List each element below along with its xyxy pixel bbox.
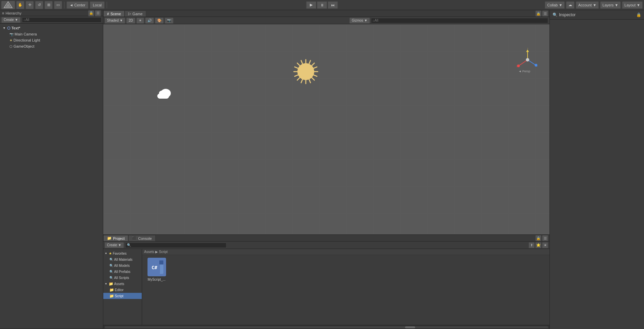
- transform-rotate-tool[interactable]: ↺: [35, 1, 43, 9]
- project-filter-icon[interactable]: ⭐: [535, 242, 541, 248]
- audio-button[interactable]: 🔊: [145, 18, 154, 24]
- pause-button[interactable]: ⏸: [317, 1, 327, 9]
- svg-rect-15: [159, 260, 163, 264]
- layers-button[interactable]: Layers ▼: [600, 1, 621, 9]
- project-all-prefabs[interactable]: 🔍 All Prefabs: [103, 269, 142, 275]
- transform-move-tool[interactable]: ✛: [26, 1, 34, 9]
- hierarchy-item-gameobject[interactable]: ⬡ GameObject: [0, 43, 103, 49]
- bottom-toolbar: Create ▼ ⬆ ⭐ ★: [103, 242, 549, 249]
- directional-light-label: Directional Light: [14, 38, 40, 42]
- account-button[interactable]: Account ▼: [576, 1, 599, 9]
- file-label-myscript: MyScript_...: [148, 278, 166, 281]
- project-all-models[interactable]: 🔍 All Models: [103, 262, 142, 269]
- center-label: ◄ Center: [70, 3, 85, 7]
- grid-overlay: [103, 24, 549, 234]
- gizmo-widget: Y X Z ◄ Persp: [516, 48, 539, 75]
- cloud-button[interactable]: ☁: [566, 1, 574, 9]
- tab-scene[interactable]: # Scene: [103, 10, 125, 17]
- hierarchy-scene-root[interactable]: ▼ ⬡ Text*: [0, 25, 103, 31]
- star-icon: ★: [109, 251, 112, 256]
- layout-button[interactable]: Layout ▼: [622, 1, 643, 9]
- hierarchy-lock-icon[interactable]: 🔒: [88, 10, 94, 16]
- svg-text:◄ Persp: ◄ Persp: [518, 70, 530, 73]
- sun-circle: [297, 63, 314, 80]
- light-icon: ☀: [9, 39, 12, 42]
- scene-lock-icon[interactable]: 🔒: [535, 10, 541, 17]
- breadcrumb-assets: Assets: [144, 250, 154, 254]
- scene-tab-bar: # Scene ▷ Game 🔒 ☰: [103, 10, 549, 17]
- scene-menu-icon[interactable]: ☰: [542, 10, 548, 17]
- shading-dropdown[interactable]: Shaded ▼: [105, 18, 125, 24]
- tab-project[interactable]: 📁 Project: [103, 235, 128, 241]
- tab-console[interactable]: ⬛ Console: [128, 235, 155, 241]
- project-sidebar: ▼ ★ Favorites 🔍 All Materials 🔍 All Mode…: [103, 249, 142, 325]
- center-button[interactable]: ◄ Center: [66, 1, 88, 9]
- scene-icon: ⬡: [7, 26, 10, 30]
- hierarchy-menu-icon[interactable]: ☰: [95, 10, 101, 16]
- search-icon-materials: 🔍: [109, 258, 113, 261]
- local-button[interactable]: Local: [90, 1, 105, 9]
- bottom-content: ▼ ★ Favorites 🔍 All Materials 🔍 All Mode…: [103, 249, 549, 325]
- layout-label: Layout ▼: [624, 3, 640, 7]
- file-icon-csharp: C#: [147, 258, 166, 276]
- project-all-materials[interactable]: 🔍 All Materials: [103, 256, 142, 262]
- folder-icon-editor: 📁: [109, 288, 114, 292]
- breadcrumb: Assets ▶ Script: [142, 249, 549, 255]
- tab-game[interactable]: ▷ Game: [125, 10, 146, 17]
- project-star-icon[interactable]: ★: [542, 242, 548, 248]
- project-search-input[interactable]: [125, 243, 226, 248]
- project-save-icon[interactable]: ⬆: [529, 242, 535, 248]
- project-editor-folder[interactable]: 📁 Editor: [103, 287, 142, 293]
- hierarchy-item-main-camera[interactable]: 📷 Main Camera: [0, 31, 103, 37]
- project-favorites-group[interactable]: ▼ ★ Favorites: [103, 250, 142, 256]
- project-create-button[interactable]: Create ▼: [105, 242, 124, 248]
- gizmos-dropdown[interactable]: Gizmos ▼: [349, 18, 370, 24]
- fx-button[interactable]: 🎨: [155, 18, 164, 24]
- scene-search-input[interactable]: [371, 18, 548, 23]
- breadcrumb-separator: ▶: [155, 250, 158, 254]
- play-button[interactable]: ▶: [306, 1, 316, 9]
- folder-icon-script: 📁: [109, 294, 114, 298]
- hierarchy-item-directional-light[interactable]: ☀ Directional Light: [0, 37, 103, 43]
- scene-name: Text*: [11, 26, 20, 30]
- lighting-button[interactable]: ☀: [136, 18, 144, 24]
- project-lock-icon[interactable]: 🔒: [535, 235, 541, 241]
- hierarchy-icon: ≡: [2, 11, 4, 15]
- transform-scale-tool[interactable]: ⊞: [45, 1, 53, 9]
- transform-hand-tool[interactable]: ✋: [16, 1, 24, 9]
- cloud-shape: [156, 90, 171, 99]
- project-assets-group[interactable]: ▼ 📁 Assets: [103, 281, 142, 287]
- project-scrollbar[interactable]: [103, 325, 549, 329]
- inspector-lock-icon[interactable]: 🔒: [636, 12, 641, 17]
- scene-camera-button[interactable]: 📷: [165, 18, 173, 24]
- scene-viewport[interactable]: Y X Z ◄ Persp: [103, 24, 549, 234]
- scrollbar-thumb[interactable]: [405, 326, 415, 328]
- project-all-scripts[interactable]: 🔍 All Scripts: [103, 275, 142, 281]
- play-icon: ▶: [310, 3, 313, 7]
- hierarchy-create-button[interactable]: Create ▼: [1, 17, 21, 23]
- bottom-tab-bar: 📁 Project ⬛ Console 🔒 ☰: [103, 235, 549, 242]
- main-toolbar: ✋ ✛ ↺ ⊞ ▭ ◄ Center Local ▶ ⏸ ⏭ Collab ▼ …: [0, 0, 644, 10]
- svg-text:C#: C#: [152, 265, 157, 270]
- breadcrumb-script: Script: [159, 250, 168, 254]
- inspector-panel: 🔍 Inspector 🔒: [549, 10, 644, 329]
- center-area: # Scene ▷ Game 🔒 ☰ Shaded ▼ 2D ☀ 🔊 🎨: [103, 10, 549, 329]
- local-label: Local: [93, 3, 102, 7]
- bottom-panel: 📁 Project ⬛ Console 🔒 ☰ Create ▼: [103, 234, 549, 329]
- gameobject-icon: ⬡: [9, 45, 12, 48]
- account-label: Account ▼: [578, 3, 596, 7]
- search-icon-models: 🔍: [109, 264, 113, 268]
- scrollbar-track[interactable]: [105, 326, 548, 328]
- project-menu-icon[interactable]: ☰: [542, 235, 548, 241]
- 2d-button[interactable]: 2D: [126, 18, 135, 24]
- hierarchy-search-input[interactable]: [22, 17, 102, 23]
- project-icon: 📁: [107, 236, 112, 241]
- collab-button[interactable]: Collab ▼: [545, 1, 565, 9]
- file-item-myscript[interactable]: C# MyScript_...: [145, 258, 168, 281]
- step-button[interactable]: ⏭: [328, 1, 338, 9]
- layers-label: Layers ▼: [602, 3, 618, 7]
- project-script-folder[interactable]: 📁 Script: [103, 293, 142, 299]
- svg-point-8: [526, 58, 529, 61]
- transform-rect-tool[interactable]: ▭: [54, 1, 62, 9]
- folder-icon-assets: 📁: [109, 282, 113, 286]
